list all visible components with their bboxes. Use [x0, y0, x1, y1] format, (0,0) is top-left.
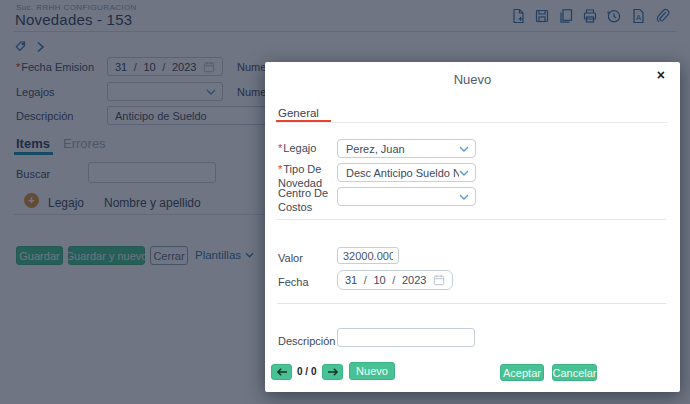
aceptar-button[interactable]: Aceptar [500, 364, 544, 381]
legajo-value: Perez, Juan [338, 143, 405, 155]
cancelar-button[interactable]: Cancelar [552, 364, 597, 381]
month-value[interactable]: 10 [373, 274, 385, 286]
fecha-field[interactable]: 31 / 10 / 2023 [337, 270, 453, 290]
year-value[interactable]: 2023 [402, 274, 426, 286]
valor-field [337, 247, 399, 264]
chevron-down-icon [459, 194, 475, 200]
arrow-left-icon [276, 367, 288, 377]
nuevo-button[interactable]: Nuevo [349, 362, 395, 380]
valor-input[interactable] [338, 248, 398, 263]
calendar-icon[interactable] [433, 274, 445, 286]
date-separator: / [392, 274, 395, 286]
centro-costos-select[interactable] [337, 187, 476, 206]
legajo-select[interactable]: Perez, Juan [337, 139, 476, 158]
chevron-down-icon [459, 146, 475, 152]
valor-label: Valor [278, 251, 336, 265]
arrow-right-icon [327, 367, 339, 377]
modal-descripcion-field [337, 328, 475, 347]
record-counter: 0 / 0 [297, 366, 316, 377]
prev-record-button[interactable] [271, 364, 292, 380]
app-window: Suc. RRHH CONFIGURACION Novedades - 153 … [0, 0, 690, 404]
centro-costos-label: Centro De Costos [278, 186, 336, 215]
nuevo-dialog: Nuevo × General *Legajo Perez, Juan *Tip… [265, 62, 680, 392]
date-separator: / [364, 274, 367, 286]
next-record-button[interactable] [322, 364, 343, 380]
dialog-title: Nuevo [265, 72, 680, 87]
modal-descripcion-label: Descripción [278, 334, 336, 348]
tab-divider [276, 122, 668, 123]
divider [277, 219, 666, 220]
day-value[interactable]: 31 [345, 274, 357, 286]
chevron-down-icon [459, 170, 475, 176]
tipo-novedad-value: Desc Anticipo Sueldo NO Liqui [338, 167, 459, 179]
required-marker: * [278, 142, 282, 154]
divider [277, 303, 666, 304]
tipo-novedad-select[interactable]: Desc Anticipo Sueldo NO Liqui [337, 163, 476, 182]
fecha-label: Fecha [278, 275, 336, 289]
modal-descripcion-input[interactable] [338, 329, 474, 346]
required-marker: * [278, 163, 282, 175]
legajo-label: *Legajo [278, 141, 336, 155]
close-icon[interactable]: × [657, 67, 665, 83]
tab-general[interactable]: General [278, 107, 319, 119]
